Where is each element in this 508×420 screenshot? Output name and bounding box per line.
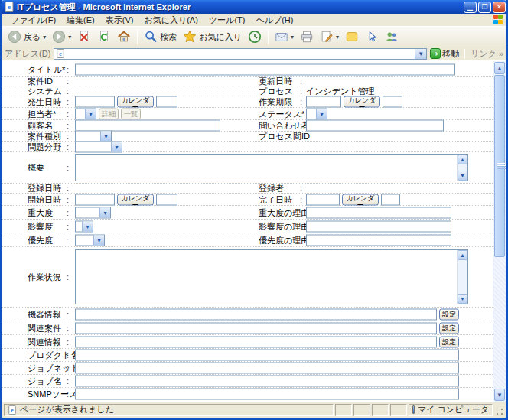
address-label: アドレス(D) bbox=[5, 48, 50, 60]
kanryou-calendar-button[interactable]: カレンダー bbox=[342, 194, 379, 205]
status-label: ステータス* bbox=[259, 108, 304, 119]
kiki-set-button[interactable]: 設定 bbox=[439, 308, 459, 320]
menu-file[interactable]: ファイル(F) bbox=[5, 15, 61, 26]
close-button[interactable]: ✕ bbox=[493, 2, 506, 13]
row-hassei: 発生日時 : カレンダー 作業期限 : カレンダー bbox=[2, 96, 493, 108]
minimize-button[interactable]: ▁ bbox=[464, 2, 477, 13]
forward-dropdown-icon: ▾ bbox=[68, 34, 71, 41]
gaiyou-textarea[interactable] bbox=[76, 155, 457, 181]
messenger-button[interactable] bbox=[383, 29, 401, 44]
tantousha-select[interactable]: ▾ bbox=[75, 108, 96, 119]
juudaido-riyuu-input[interactable] bbox=[306, 207, 451, 218]
kigen-calendar-button[interactable]: カレンダー bbox=[344, 96, 380, 108]
bunya-select[interactable]: ▾ bbox=[75, 141, 122, 152]
row-bunya: 問題分野 : ▾ bbox=[2, 142, 493, 152]
forward-icon bbox=[52, 30, 66, 44]
hassei-time-input[interactable] bbox=[156, 96, 177, 108]
kanren-jouhou-set-button[interactable]: 設定 bbox=[439, 336, 459, 347]
refresh-button[interactable] bbox=[95, 29, 113, 44]
tantousha-detail-button[interactable]: 詳細 bbox=[99, 108, 119, 119]
menu-favorites[interactable]: お気に入り(A) bbox=[138, 15, 203, 26]
kaishi-calendar-button[interactable]: カレンダー bbox=[117, 194, 154, 205]
eikyoudo-select[interactable]: ▾ bbox=[75, 220, 93, 232]
page-scrollbar[interactable]: ▲ ▼ bbox=[493, 61, 506, 402]
address-dropdown-button[interactable]: ▼ bbox=[415, 49, 426, 59]
juudaido-select[interactable]: ▾ bbox=[75, 207, 111, 218]
job-label: ジョブ名 bbox=[28, 376, 62, 387]
sagyou-textarea-wrap: ▲▼ bbox=[75, 249, 468, 304]
scroll-up-icon: ▲ bbox=[458, 250, 467, 260]
kaishi-time-input[interactable] bbox=[156, 194, 177, 205]
row-jobnet: ジョブネット名 : bbox=[2, 362, 493, 375]
eikyoudo-riyuu-input[interactable] bbox=[306, 220, 451, 232]
row-yuusendo: 優先度 : ▾ 優先度の理由 : bbox=[2, 233, 493, 247]
go-button[interactable]: ➔ 移動 bbox=[430, 48, 459, 60]
snmp-input[interactable] bbox=[75, 389, 459, 400]
process-value: インシデント管理 bbox=[306, 86, 375, 97]
resize-grip[interactable] bbox=[494, 407, 504, 417]
back-label: 戻る bbox=[24, 31, 41, 43]
system-label: システム bbox=[28, 86, 62, 97]
kanren-jouhou-input[interactable] bbox=[75, 336, 437, 347]
menu-view[interactable]: 表示(V) bbox=[100, 15, 139, 26]
kanryou-date-input[interactable] bbox=[306, 194, 340, 205]
product-input[interactable] bbox=[75, 350, 459, 361]
status-select[interactable]: ▾ bbox=[306, 108, 327, 119]
yuusendo-riyuu-input[interactable] bbox=[306, 234, 451, 246]
kaishi-date-input[interactable] bbox=[75, 194, 115, 205]
sagyou-joukyou-textarea[interactable] bbox=[76, 250, 457, 304]
home-button[interactable] bbox=[115, 29, 133, 44]
menu-edit[interactable]: 編集(E) bbox=[61, 15, 100, 26]
titlebar: e ITプロセス管理 - Microsoft Internet Explorer… bbox=[0, 0, 508, 14]
yuusendo-label: 優先度 bbox=[28, 234, 53, 246]
row-sagyou-joukyou: 作業状況 : ▲▼ bbox=[2, 247, 493, 308]
scrollbar-thumb[interactable] bbox=[494, 75, 505, 257]
maximize-button[interactable]: ❐ bbox=[478, 2, 491, 13]
edit-button[interactable]: ▾ bbox=[318, 29, 341, 44]
kigen-time-input[interactable] bbox=[383, 96, 402, 108]
back-button[interactable]: 戻る ▾ bbox=[5, 29, 48, 44]
discuss-button[interactable] bbox=[343, 29, 361, 44]
select-button[interactable] bbox=[363, 29, 381, 44]
sagyou-scrollbar[interactable]: ▲▼ bbox=[457, 250, 467, 304]
kanren-anken-set-button[interactable]: 設定 bbox=[439, 322, 459, 334]
hassei-calendar-button[interactable]: カレンダー bbox=[117, 96, 154, 108]
kanren-jouhou-label: 関連情報 bbox=[28, 336, 61, 347]
search-button[interactable]: 検索 bbox=[142, 29, 179, 44]
toolbar: 戻る ▾ ▾ 検索 お気に入り ▾ bbox=[2, 27, 506, 47]
job-input[interactable] bbox=[75, 376, 459, 387]
mail-button[interactable]: ▾ bbox=[272, 29, 296, 44]
title-input[interactable] bbox=[75, 63, 455, 75]
scrollbar-down-button[interactable]: ▼ bbox=[494, 389, 505, 401]
menu-help[interactable]: ヘルプ(H) bbox=[250, 15, 298, 26]
row-anken-id: 案件ID : 更新日時 : bbox=[2, 77, 493, 86]
sagyou-joukyou-label: 作業状況 bbox=[28, 272, 61, 283]
go-label: 移動 bbox=[442, 48, 459, 60]
favorites-button[interactable]: お気に入り bbox=[181, 29, 244, 44]
yuusendo-select[interactable]: ▾ bbox=[75, 234, 105, 246]
stop-button[interactable] bbox=[75, 29, 93, 44]
jobnet-input[interactable] bbox=[75, 363, 459, 374]
scrollbar-up-button[interactable]: ▲ bbox=[494, 62, 505, 74]
address-field[interactable]: e ▼ bbox=[54, 48, 427, 60]
history-button[interactable] bbox=[246, 29, 264, 44]
menu-tools[interactable]: ツール(T) bbox=[204, 15, 251, 26]
juudaido-label: 重大度 bbox=[28, 207, 53, 218]
kigen-label: 作業期限 bbox=[259, 96, 292, 108]
tantousha-list-button[interactable]: 一覧 bbox=[121, 108, 141, 119]
forward-button[interactable]: ▾ bbox=[50, 29, 73, 44]
row-kanren-jouhou: 関連情報 : 設定 bbox=[2, 335, 493, 349]
kanryou-time-input[interactable] bbox=[381, 194, 400, 205]
kanren-anken-input[interactable] bbox=[75, 322, 437, 334]
refresh-icon bbox=[97, 30, 111, 44]
address-input[interactable] bbox=[65, 50, 415, 58]
kigen-date-input[interactable] bbox=[306, 96, 341, 108]
svg-text:e: e bbox=[60, 50, 63, 57]
links-bar[interactable]: リンク » bbox=[471, 48, 503, 60]
gaiyou-scrollbar[interactable]: ▲▼ bbox=[457, 155, 467, 181]
toiawase-input[interactable] bbox=[306, 120, 444, 132]
kokyaku-input[interactable] bbox=[75, 120, 220, 132]
hassei-date-input[interactable] bbox=[75, 96, 115, 108]
kiki-input[interactable] bbox=[75, 308, 437, 320]
print-button[interactable] bbox=[298, 29, 316, 44]
